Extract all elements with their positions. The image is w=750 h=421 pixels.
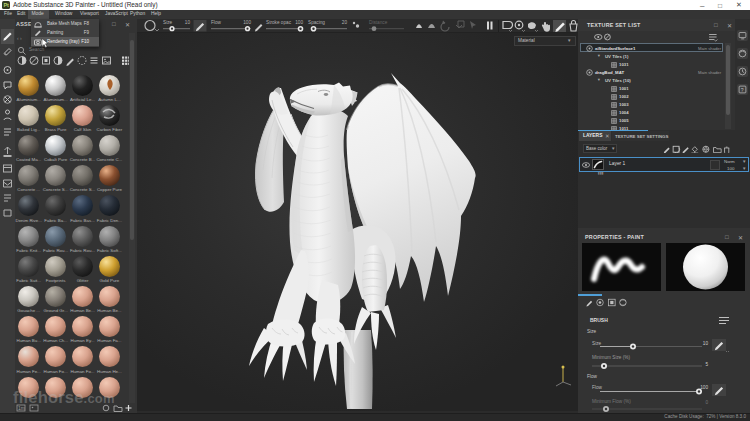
svg-text:?: ? (741, 87, 744, 93)
